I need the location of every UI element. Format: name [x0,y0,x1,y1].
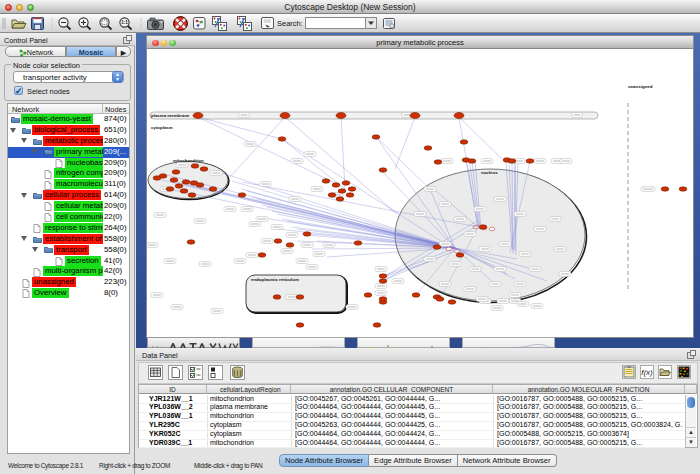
svg-text:nucleus: nucleus [481,170,498,175]
svg-text:unassigned: unassigned [628,84,653,89]
svg-text:plasma membrane: plasma membrane [151,113,190,118]
svg-text:1:1: 1:1 [121,20,128,25]
svg-text:mitochondrion: mitochondrion [173,158,204,163]
svg-text:endoplasmic reticulum: endoplasmic reticulum [251,277,299,282]
svg-text:f(x): f(x) [641,368,653,377]
svg-text:Search:: Search: [277,19,303,28]
svg-text:cytoplasm: cytoplasm [151,125,173,130]
